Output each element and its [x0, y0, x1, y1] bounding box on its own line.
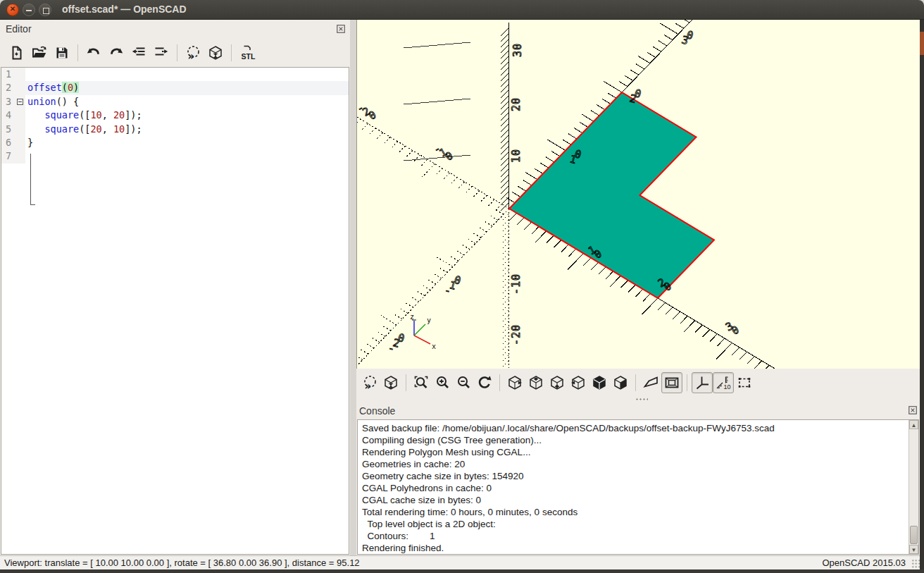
view-left-icon: [570, 374, 587, 391]
preview-button[interactable]: »: [182, 42, 204, 63]
svg-text:STL: STL: [242, 52, 256, 61]
editor-panel-title: Editor: [6, 23, 32, 35]
line-number: 4: [1, 109, 15, 122]
fold-marker[interactable]: [17, 99, 23, 105]
window-close-button[interactable]: [6, 4, 19, 16]
open-file-button[interactable]: [28, 42, 51, 63]
code-line[interactable]: 2offset(0): [1, 81, 349, 94]
line-number: 5: [1, 123, 15, 136]
zoom-all-icon: [413, 374, 430, 391]
editor-close-button[interactable]: [336, 24, 346, 34]
scrollbar-up-arrow[interactable]: ▲: [909, 420, 918, 429]
render-button[interactable]: [204, 42, 227, 63]
code-text: [25, 68, 349, 81]
line-number: 2: [1, 81, 15, 94]
toolbar-separator: [687, 374, 687, 391]
preview-icon: »: [185, 44, 201, 61]
viewport-toolbar-strip: [356, 397, 920, 402]
toolbar-separator: [499, 374, 500, 391]
viewport-status-text: Viewport: translate = [ 10.00 10.00 0.00…: [4, 557, 360, 568]
render-icon: [207, 44, 224, 61]
view-bottom-button[interactable]: [547, 372, 568, 393]
code-line[interactable]: 7: [1, 149, 349, 163]
window-minimize-button[interactable]: [23, 4, 35, 16]
title-bar: offset.scad* — OpenSCAD: [0, 0, 924, 20]
code-line[interactable]: 3union() {: [1, 95, 349, 109]
show-edges-icon: [736, 374, 753, 391]
unindent-button[interactable]: [127, 42, 150, 63]
view-back-button[interactable]: [610, 372, 631, 393]
console-panel-title: Console: [359, 405, 395, 417]
view-bottom-icon: [549, 374, 566, 391]
view-left-button[interactable]: [568, 372, 589, 393]
openscad-window: offset.scad* — OpenSCAD Editor »STL 12of…: [0, 0, 924, 573]
reset-view-button[interactable]: [474, 372, 495, 393]
show-scale-markers-icon: 10: [715, 374, 732, 391]
status-bar: Viewport: translate = [ 10.00 10.00 0.00…: [0, 555, 924, 569]
indent-icon: [153, 44, 170, 61]
line-number: 1: [1, 68, 15, 81]
code-text: offset(0): [25, 81, 349, 94]
fold-column: [15, 95, 25, 109]
export-stl-button[interactable]: STL: [236, 42, 258, 63]
undo-button[interactable]: [82, 42, 105, 63]
svg-text:10: 10: [724, 383, 731, 390]
view-right-icon: [506, 374, 523, 391]
axis-indicator: zyx: [410, 313, 436, 350]
editor-toolbar: »STL: [0, 39, 350, 67]
zoom-in-button[interactable]: [432, 372, 453, 393]
preview-button[interactable]: »: [359, 372, 380, 393]
render-button[interactable]: [380, 372, 401, 393]
axis-tick-label: 10: [510, 149, 523, 163]
show-axes-button[interactable]: [692, 372, 713, 393]
view-front-icon: [591, 374, 608, 391]
redo-button[interactable]: [105, 42, 127, 63]
view-right-button[interactable]: [504, 372, 525, 393]
editor-viewport-splitter[interactable]: [350, 20, 356, 555]
code-text: }: [25, 136, 349, 149]
open-file-icon: [31, 44, 48, 61]
show-edges-button[interactable]: [734, 372, 755, 393]
zoom-all-button[interactable]: [411, 372, 432, 393]
toolbar-grip-handle[interactable]: [635, 398, 648, 401]
editor-panel: Editor »STL 12offset(0)3union() {4 squar…: [0, 20, 350, 555]
window-right-edge-accent: [920, 32, 924, 55]
toolbar-separator: [231, 44, 232, 61]
reset-view-icon: [476, 374, 493, 391]
view-top-icon: [527, 374, 544, 391]
console-scrollbar[interactable]: ▲ ▼: [909, 420, 918, 554]
code-line[interactable]: 1: [1, 68, 349, 81]
toolbar-separator: [635, 374, 636, 391]
orthographic-button[interactable]: [661, 372, 682, 393]
y-axis-label: y: [427, 316, 431, 324]
3d-viewport[interactable]: 102030-10-20102030-10-20102030-10-20zyx: [356, 20, 920, 369]
view-front-button[interactable]: [589, 372, 610, 393]
new-file-button[interactable]: [6, 42, 28, 63]
console-close-button[interactable]: [908, 405, 918, 415]
csg-2d-polygon[interactable]: [509, 92, 714, 298]
view-top-button[interactable]: [525, 372, 547, 393]
code-editor[interactable]: 12offset(0)3union() {4 square([10, 20]);…: [1, 67, 349, 555]
scrollbar-down-arrow[interactable]: ▼: [909, 545, 918, 554]
code-line[interactable]: 5 square([20, 10]);: [1, 123, 349, 136]
version-text: OpenSCAD 2015.03: [822, 557, 906, 568]
console-output[interactable]: Saved backup file: /home/obijuan/.local/…: [357, 419, 919, 555]
export-stl-icon: STL: [239, 44, 256, 61]
orthographic-icon: [663, 374, 680, 391]
window-maximize-button[interactable]: [39, 4, 51, 16]
axis-tick-label: -10: [439, 271, 468, 300]
window-right-edge: [920, 20, 924, 569]
indent-button[interactable]: [150, 42, 173, 63]
zoom-out-button[interactable]: [453, 372, 474, 393]
scrollbar-thumb[interactable]: [910, 526, 918, 544]
undo-icon: [85, 44, 102, 61]
perspective-button[interactable]: [640, 372, 661, 393]
code-text: square([10, 20]);: [25, 109, 349, 122]
code-line[interactable]: 6}: [1, 136, 349, 149]
window-bottom-edge: [0, 569, 924, 573]
axis-tick-label: 30: [676, 26, 700, 50]
axis-tick-label: -20: [357, 99, 382, 124]
show-scale-markers-button[interactable]: 10: [713, 372, 734, 393]
code-line[interactable]: 4 square([10, 20]);: [1, 109, 349, 122]
save-file-button[interactable]: [51, 42, 73, 63]
